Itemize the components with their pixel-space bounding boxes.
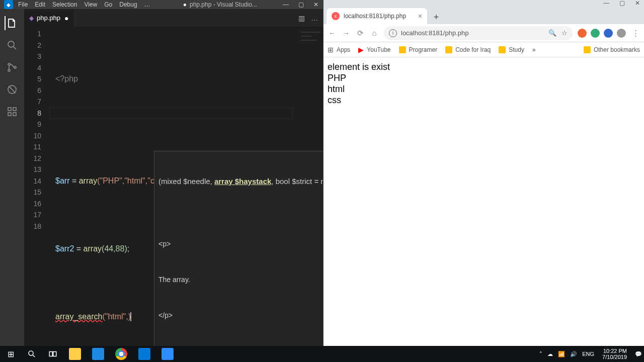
apps-bookmark[interactable]: ⊞Apps: [328, 46, 350, 54]
search-button[interactable]: [21, 346, 42, 362]
address-bar[interactable]: i localhost:8181/php.php 🔍 ☆: [384, 26, 573, 40]
php-file-icon: ◆: [29, 15, 34, 22]
taskbar-app-chrome[interactable]: [110, 346, 133, 362]
new-tab-button[interactable]: +: [429, 10, 443, 24]
window-title: php.php - Visual Studio...: [157, 1, 283, 8]
vscode-window: ◆ File Edit Selection View Go Debug … ph…: [0, 0, 323, 346]
extensions-row: [578, 29, 626, 38]
taskbar-app-vscode[interactable]: [133, 346, 156, 362]
svg-rect-11: [49, 352, 52, 356]
menu-selection[interactable]: Selection: [52, 1, 77, 8]
menu-debug[interactable]: Debug: [119, 1, 137, 8]
other-bookmarks[interactable]: Other bookmarks: [584, 46, 640, 53]
tray-overflow-icon[interactable]: ˄: [539, 351, 542, 357]
svg-rect-7: [8, 113, 11, 116]
line-gutter: 123 456 789 101112 131415 161718: [24, 27, 49, 362]
browser-titlebar: — ▢ ✕: [324, 0, 644, 6]
url-text: localhost:8181/php.php: [401, 29, 468, 37]
tab-title: localhost:8181/php.php: [344, 13, 406, 20]
start-button[interactable]: ⊞: [0, 346, 21, 362]
tray-language[interactable]: ENG: [582, 351, 594, 357]
programer-bookmark[interactable]: Programer: [399, 46, 438, 53]
vscode-titlebar: ◆ File Edit Selection View Go Debug … ph…: [0, 0, 323, 9]
taskbar-app-edge[interactable]: [87, 346, 110, 362]
browser-menu-icon[interactable]: ⋮: [631, 29, 640, 38]
code-content[interactable]: <?php $arr = array("PHP","html","css"); …: [49, 27, 323, 362]
browser-tabstrip: x localhost:8181/php.php × +: [324, 6, 644, 24]
svg-point-0: [8, 41, 14, 47]
study-bookmark[interactable]: Study: [499, 46, 524, 53]
taskbar-app-zoom[interactable]: [156, 346, 179, 362]
browser-tab[interactable]: x localhost:8181/php.php ×: [327, 8, 427, 24]
more-actions-icon[interactable]: …: [311, 14, 318, 22]
svg-rect-6: [13, 108, 16, 111]
taskbar-app-explorer[interactable]: [63, 346, 87, 362]
menu-go[interactable]: Go: [104, 1, 112, 8]
taskbar-clock[interactable]: 10:22 PM 7/10/2019: [599, 348, 630, 360]
tabs-row: ◆ php.php ● ▥ …: [24, 9, 323, 27]
vscode-logo-icon: ◆: [4, 0, 13, 9]
home-icon[interactable]: ⌂: [370, 29, 379, 38]
minimap[interactable]: [301, 32, 321, 62]
tab-php[interactable]: ◆ php.php ●: [24, 9, 73, 27]
output-line: PHP: [328, 72, 640, 83]
search-icon[interactable]: [5, 38, 19, 52]
svg-point-3: [14, 66, 16, 68]
codeforiraq-bookmark[interactable]: Code for Iraq: [445, 46, 491, 53]
output-line: html: [328, 83, 640, 95]
bookmark-star-icon[interactable]: ☆: [561, 29, 568, 37]
forward-icon[interactable]: →: [342, 29, 351, 38]
tray-cloud-icon[interactable]: ☁: [547, 351, 553, 357]
dirty-indicator-icon: ●: [64, 14, 68, 22]
browser-window: — ▢ ✕ x localhost:8181/php.php × + ← → ⟳…: [323, 0, 644, 346]
svg-point-10: [29, 351, 33, 355]
menu-edit[interactable]: Edit: [35, 1, 45, 8]
zoom-icon[interactable]: 🔍: [548, 29, 556, 37]
bookmarks-overflow-icon[interactable]: »: [532, 46, 536, 53]
youtube-bookmark[interactable]: ▶YouTube: [358, 46, 390, 54]
action-center-icon[interactable]: 💬: [635, 351, 642, 357]
task-view-button[interactable]: [42, 346, 63, 362]
extensions-icon[interactable]: [5, 105, 19, 119]
tray-wifi-icon[interactable]: 📶: [558, 351, 565, 357]
favicon-icon: x: [332, 12, 340, 20]
browser-navbar: ← → ⟳ ⌂ i localhost:8181/php.php 🔍 ☆ ⋮: [324, 24, 644, 42]
debug-icon[interactable]: [5, 82, 19, 97]
bookmarks-bar: ⊞Apps ▶YouTube Programer Code for Iraq S…: [324, 42, 644, 57]
maximize-button[interactable]: ▢: [298, 1, 304, 8]
extension-icon[interactable]: [617, 29, 626, 38]
page-content: element is exist PHP html css: [324, 57, 644, 346]
output-line: css: [328, 95, 640, 106]
extension-icon[interactable]: [591, 29, 600, 38]
extension-icon[interactable]: [604, 29, 613, 38]
minimize-button[interactable]: —: [283, 1, 289, 8]
menu-more[interactable]: …: [144, 1, 150, 8]
output-line: element is exist: [328, 61, 640, 72]
tab-close-icon[interactable]: ×: [418, 12, 422, 20]
split-editor-icon[interactable]: ▥: [298, 14, 305, 22]
code-editor[interactable]: 123 456 789 101112 131415 161718 <?php $…: [24, 27, 323, 362]
svg-point-2: [8, 69, 10, 71]
tray-volume-icon[interactable]: 🔊: [570, 351, 577, 357]
back-icon[interactable]: ←: [328, 29, 337, 38]
activity-bar: [0, 9, 24, 362]
editor-area: ◆ php.php ● ▥ … 123 456 789 101112 13141…: [24, 9, 323, 362]
current-line-highlight: [49, 108, 293, 119]
tab-label: php.php: [37, 14, 60, 22]
svg-point-1: [8, 63, 10, 65]
close-button[interactable]: ✕: [313, 1, 319, 8]
svg-rect-8: [13, 113, 16, 116]
svg-rect-12: [53, 352, 56, 356]
reload-icon[interactable]: ⟳: [356, 29, 365, 38]
site-info-icon[interactable]: i: [389, 29, 397, 37]
taskbar: ⊞ ˄ ☁ 📶 🔊 ENG 10:22 PM 7/10/2019 💬: [0, 346, 644, 362]
menu-file[interactable]: File: [18, 1, 28, 8]
menu-view[interactable]: View: [84, 1, 97, 8]
svg-rect-5: [8, 108, 11, 111]
extension-icon[interactable]: [578, 29, 587, 38]
explorer-icon[interactable]: [5, 16, 19, 30]
text-caret: [130, 312, 131, 321]
source-control-icon[interactable]: [5, 60, 19, 74]
